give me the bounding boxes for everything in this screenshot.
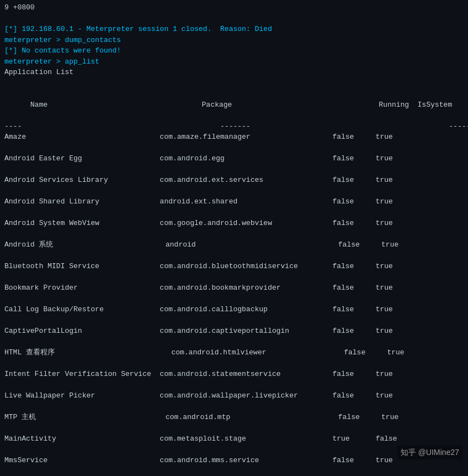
col-name-header: Name	[30, 100, 202, 111]
table-row: Bookmark Provider com.android.bookmarkpr…	[4, 283, 464, 294]
line-no-contacts: [*] No contacts were found!	[4, 45, 464, 56]
table-row: MainActivity com.metasploit.stage true f…	[4, 433, 464, 444]
line-empty1	[4, 13, 464, 24]
terminal: 9 +0800 [*] 192.168.60.1 - Meterpreter s…	[4, 2, 464, 476]
table-row: Call Log Backup/Restore com.android.call…	[4, 304, 464, 315]
line-empty2	[4, 78, 464, 89]
table-row: Android Services Library com.android.ext…	[4, 175, 464, 186]
watermark: 知乎 @UIMine27	[397, 446, 462, 459]
table-row: CaptivePortalLogin com.android.captivepo…	[4, 326, 464, 337]
table-row: HTML 查看程序 com.android.htmlviewer false t…	[4, 347, 464, 358]
col-package-header: Package	[202, 100, 379, 111]
table-row: MTP 主机 com.android.mtp false true	[4, 412, 464, 423]
table-row: MmsService com.android.mms.service false…	[4, 455, 464, 466]
table-row: Android System WebView com.google.androi…	[4, 218, 464, 229]
table-row: Bluetooth MIDI Service com.android.bluet…	[4, 261, 464, 272]
table-rows: Amaze com.amaze.filemanager false trueAn…	[4, 132, 464, 476]
table-row: Android 系统 android false true	[4, 239, 464, 250]
table-row: Android Easter Egg com.android.egg false…	[4, 153, 464, 164]
table-row: Live Wallpaper Picker com.android.wallpa…	[4, 390, 464, 401]
table-row: Intent Filter Verification Service com.a…	[4, 369, 464, 380]
app-table: NamePackageRunningIsSystem ---- ------- …	[4, 88, 464, 132]
line-prompt-applist: meterpreter > app_list	[4, 56, 464, 67]
line-app-list-title: Application List	[4, 67, 464, 78]
col-issystem-header: IsSystem	[418, 100, 456, 111]
table-separator: ---- ------- ------- --------	[4, 121, 464, 132]
table-header: NamePackageRunningIsSystem	[4, 88, 464, 121]
table-row: Android Shared Library android.ext.share…	[4, 196, 464, 207]
table-row: Amaze com.amaze.filemanager false true	[4, 132, 464, 143]
line-session-closed: [*] 192.168.60.1 - Meterpreter session 1…	[4, 24, 464, 35]
line-prompt-dump: meterpreter > dump_contacts	[4, 35, 464, 46]
line-timestamp: 9 +0800	[4, 2, 464, 13]
col-running-header: Running	[379, 100, 418, 111]
